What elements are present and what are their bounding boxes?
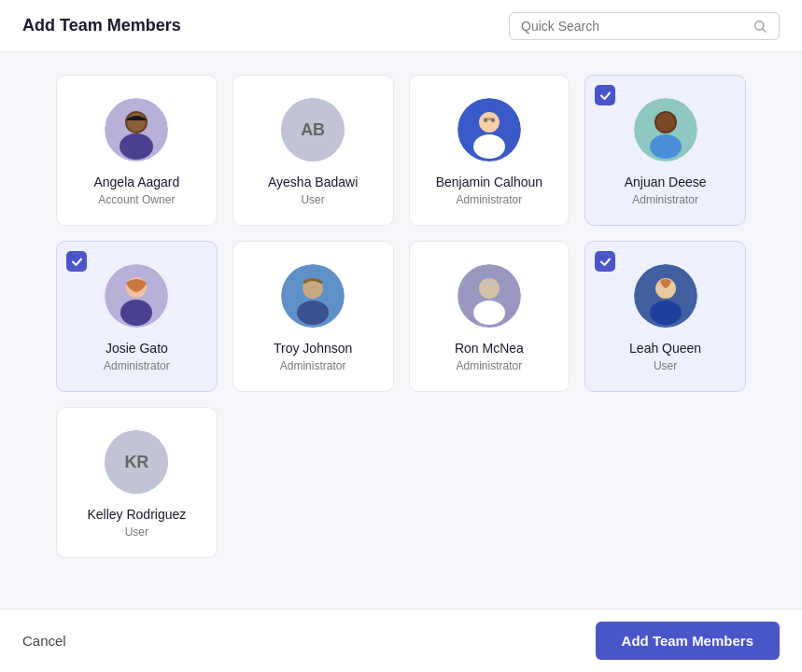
member-name: Troy Johnson (274, 341, 352, 356)
member-role: Administrator (457, 359, 523, 372)
member-name: Ayesha Badawi (268, 175, 358, 189)
add-team-members-button[interactable]: Add Team Members (596, 622, 780, 660)
member-card[interactable]: Josie Gato Administrator (56, 241, 218, 392)
member-name: Angela Aagard (93, 175, 179, 189)
selected-checkmark (66, 251, 87, 272)
member-role: Account Owner (98, 193, 175, 206)
search-box[interactable] (509, 12, 780, 40)
member-name: Josie Gato (106, 341, 168, 356)
members-grid-container: Angela Aagard Account Owner AB Ayesha Ba… (0, 52, 802, 609)
cancel-button[interactable]: Cancel (22, 633, 66, 649)
search-input[interactable] (521, 19, 745, 34)
member-role: User (125, 525, 148, 539)
svg-point-14 (650, 134, 682, 159)
members-grid: Angela Aagard Account Owner AB Ayesha Ba… (56, 75, 746, 558)
footer: Cancel Add Team Members (0, 609, 802, 672)
svg-point-7 (479, 112, 499, 133)
avatar: AB (281, 98, 345, 161)
search-icon (753, 19, 767, 34)
selected-checkmark (595, 251, 615, 272)
member-role: Administrator (280, 359, 346, 372)
member-card[interactable]: KR Kelley Rodriguez User (56, 407, 218, 558)
svg-point-15 (656, 113, 675, 132)
member-role: Administrator (104, 359, 170, 372)
member-card[interactable]: Anjuan Deese Administrator (584, 75, 746, 226)
member-card[interactable]: Angela Aagard Account Owner (56, 75, 218, 226)
avatar-initials: KR (105, 430, 168, 494)
avatar (634, 264, 697, 328)
member-role: User (301, 193, 324, 206)
member-card[interactable]: Ron McNea Administrator (409, 241, 570, 392)
avatar-initials: AB (281, 98, 345, 161)
member-card[interactable]: Leah Queen User (584, 241, 746, 392)
member-name: Kelley Rodriguez (87, 507, 186, 522)
member-card[interactable]: Benjamin Calhoun Administrator (409, 75, 570, 226)
member-role: Administrator (457, 193, 523, 206)
member-card[interactable]: Troy Johnson Administrator (232, 241, 394, 392)
member-name: Ron McNea (455, 341, 524, 356)
svg-rect-11 (484, 118, 495, 120)
avatar (105, 98, 168, 161)
member-role: User (654, 359, 677, 372)
selected-checkmark (595, 85, 615, 105)
svg-point-23 (479, 278, 499, 299)
svg-point-24 (473, 301, 505, 325)
member-name: Anjuan Deese (625, 175, 707, 189)
avatar (105, 264, 168, 328)
member-card[interactable]: AB Ayesha Badawi User (232, 75, 394, 226)
svg-point-8 (473, 134, 505, 159)
header: Add Team Members (0, 0, 802, 52)
avatar (281, 264, 345, 328)
avatar (457, 264, 521, 328)
member-name: Leah Queen (629, 341, 701, 356)
avatar: KR (105, 430, 168, 494)
svg-line-1 (763, 29, 766, 32)
page-title: Add Team Members (22, 16, 181, 35)
avatar (457, 98, 521, 161)
svg-point-4 (120, 133, 153, 160)
svg-point-21 (297, 301, 329, 325)
avatar (634, 98, 697, 161)
svg-point-18 (120, 300, 152, 326)
member-name: Benjamin Calhoun (436, 175, 542, 189)
member-role: Administrator (632, 193, 698, 206)
svg-point-27 (650, 301, 682, 325)
